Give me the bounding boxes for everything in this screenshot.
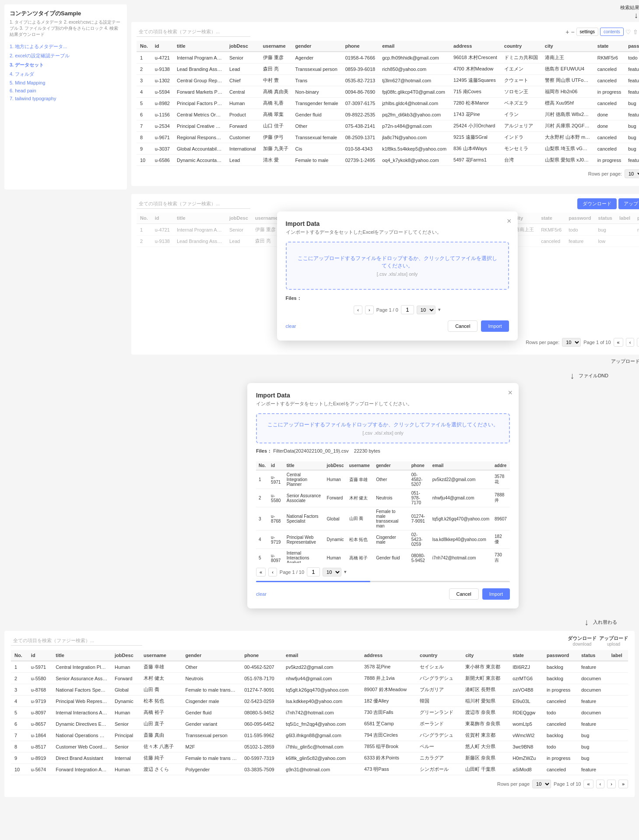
progress-bar	[256, 581, 510, 582]
upload-button-2[interactable]: アップロード	[618, 198, 639, 209]
d1-page-input[interactable]	[401, 305, 414, 314]
dialog-close-btn-1[interactable]: ×	[507, 217, 512, 226]
table-row[interactable]: 4u-9719Principal Web RepresentativeDynam…	[256, 531, 510, 549]
settings-button[interactable]: settings	[576, 28, 598, 36]
col-jobdesc: jobDesc	[226, 41, 260, 52]
table-row[interactable]: 6u-1156Central Metrics OrchestratorProdu…	[137, 109, 639, 120]
search-bar-2[interactable]: 全ての項目を検索（ファジー検索）...	[137, 199, 250, 209]
bt-last-btn[interactable]: »	[618, 780, 628, 788]
bt-col-phone: phone	[241, 650, 282, 661]
import-button-2[interactable]: Import	[482, 588, 510, 600]
progress-fill	[256, 581, 370, 582]
d2-rows-select[interactable]: 10	[323, 568, 341, 576]
rows-per-page-label-1: Rows per page:	[588, 171, 622, 176]
bt-first-btn[interactable]: «	[583, 780, 593, 788]
table-row[interactable]: 8u-8517Customer Web CoordinatorSenior佐々木…	[11, 741, 628, 752]
import-button-1[interactable]: Import	[481, 320, 509, 332]
table-row[interactable]: 2u-5580Senior Assurance AssociateForward…	[256, 489, 510, 507]
table-1-wrapper: No. id title jobDesc username gender pho…	[137, 41, 639, 166]
d2-chevron-icon: ▾	[344, 569, 347, 575]
clear-button-1[interactable]: clear	[286, 323, 296, 329]
import-dialog-2: × Import Data インポートするデータをセットしたExcelをアップロ…	[247, 383, 519, 608]
table-row[interactable]: 7u-2534Principal Creative AssistantForwa…	[137, 120, 639, 132]
table-row[interactable]: 7u-1864National Operations OrchestratorP…	[11, 730, 628, 741]
rows-per-page-select-1[interactable]: 10	[625, 169, 639, 178]
d1-prev-btn[interactable]: ‹	[354, 306, 362, 314]
table-row[interactable]: 1u-5971Central Integration PlannerHuman斎…	[11, 661, 628, 673]
nav-item-4[interactable]: 4. フォルダ	[10, 70, 122, 79]
col-email: email	[379, 41, 450, 52]
bt-col-city: city	[462, 650, 509, 661]
nav-item-6[interactable]: 6. head pain	[10, 87, 122, 95]
dialog2-actions: clear Cancel Import	[256, 588, 510, 600]
bt-col-address: address	[361, 650, 416, 661]
table-row[interactable]: 5u-8982Principal Factors ProducerHuman高橋…	[137, 98, 639, 109]
d2-prev-btn[interactable]: ‹	[268, 568, 277, 576]
download-annotation: 検索結果をダウンロード ↓	[131, 4, 639, 20]
drop-zone-text-1: ここにアップロードするファイルをドロップするか、クリックしてファイルを選択してく…	[295, 255, 499, 270]
dialog-title-1: Import Data	[286, 220, 509, 227]
bottom-rows-select[interactable]: 10	[532, 780, 551, 788]
nav-item-1[interactable]: 1. 地方によるメタデータ...	[10, 42, 122, 51]
d2-first-btn[interactable]: «	[256, 568, 266, 576]
bt-col-label: label	[608, 650, 628, 661]
bt-next-btn[interactable]: ›	[607, 780, 616, 788]
search-bar-1[interactable]: 全ての項目を検索（ファジー検索）...	[137, 27, 250, 37]
dialog-subtitle-1: インポートするデータをセットしたExcelをアップロードしてください。	[286, 229, 509, 235]
nav-item-7[interactable]: 7. tailwind typography	[10, 95, 122, 102]
pt-id: id	[268, 461, 284, 470]
table-row[interactable]: 8u-9671Regional Response AdministratorCu…	[137, 132, 639, 143]
table-row[interactable]: 3u-1302Central Group RepresentativeChief…	[137, 75, 639, 86]
cancel-button-1[interactable]: Cancel	[448, 320, 477, 332]
table-row[interactable]: 10u-6586Dynamic Accountability Assistant…	[137, 155, 639, 166]
rows-per-page-select-2[interactable]: 10	[562, 338, 581, 347]
table-row[interactable]: 3u-8768National Factors SpecialistGlobal…	[11, 684, 628, 696]
contents-button[interactable]: contents	[600, 28, 624, 36]
drop-zone-1[interactable]: ここにアップロードするファイルをドロップするか、クリックしてファイルを選択してく…	[286, 242, 509, 290]
table-row[interactable]: 1u-4721Internal Program AssociateSenior伊…	[137, 52, 639, 63]
pt-phone: phone	[409, 461, 430, 470]
table-row[interactable]: 4u-9719Principal Web RepresentativeDynam…	[11, 696, 628, 707]
heart-icon[interactable]: ♡	[625, 28, 631, 35]
minus-icon: −	[571, 28, 574, 35]
table-row[interactable]: 5u-8097Internal Interactions AnalystHuma…	[256, 549, 510, 563]
table-row[interactable]: 1u-5971Central Integration PlannerHuman斎…	[256, 470, 510, 489]
nav-item-2[interactable]: 2. excelの設定確認テーブル	[10, 51, 122, 60]
pt-no: No.	[256, 461, 268, 470]
drop-zone-2[interactable]: ここにアップロードするファイルをドロップするか、クリックしてファイルを選択してく…	[256, 413, 510, 443]
prev-page-btn-2[interactable]: ‹	[626, 338, 635, 347]
nav-item-3[interactable]: 3. データセット	[10, 60, 122, 70]
clear-button-2[interactable]: clear	[256, 591, 267, 597]
dialog-close-btn-2[interactable]: ×	[508, 388, 513, 397]
bt-prev-btn[interactable]: ‹	[596, 780, 605, 788]
app-subtitle: 1. タイプによるメタデータ 2. excelのcsvによる設定テーブル 3. …	[10, 19, 122, 38]
table-row[interactable]: 9u-8919Direct Brand AssistantInternal佐藤 …	[11, 752, 628, 764]
bt-col-no: No.	[11, 650, 28, 661]
d1-rows-select[interactable]: 10	[417, 306, 435, 314]
d1-next-btn[interactable]: ›	[365, 306, 374, 314]
table-row[interactable]: 2u-9138Lead Branding AssociateLead森田 亮Tr…	[137, 63, 639, 75]
pt-title: title	[284, 461, 324, 470]
download-button-2[interactable]: ダウンロード	[577, 198, 617, 209]
dialog-pagination-1: ‹ › Page 1 / 0 10 ▾	[286, 305, 509, 314]
replace-annotation: 入れ替わる	[593, 619, 617, 626]
table-row[interactable]: 4u-5594Forward Markets PlannerCentral高橋 …	[137, 86, 639, 98]
table-row[interactable]: 3u-8768National Factors SpecialistGlobal…	[256, 507, 510, 531]
next-page-btn-2[interactable]: ›	[637, 338, 639, 347]
table-row[interactable]: 10u-5674Forward Integration AgentHuman渡辺…	[11, 764, 628, 775]
first-page-btn-2[interactable]: «	[614, 338, 623, 347]
table-row[interactable]: 2u-5580Senior Assurance AssociateForward…	[11, 673, 628, 684]
nav-item-5[interactable]: 5. Mind Mapping	[10, 79, 122, 87]
data-table-1: No. id title jobDesc username gender pho…	[137, 41, 639, 166]
share-icon[interactable]: ⇧	[633, 28, 638, 35]
table-row[interactable]: 9u-3037Global Accountability Orchestrato…	[137, 143, 639, 155]
col-phone: phone	[342, 41, 379, 52]
cancel-button-2[interactable]: Cancel	[449, 588, 479, 600]
files-label-1: Files：	[286, 295, 509, 302]
d2-page-input[interactable]	[307, 567, 320, 576]
table-row[interactable]: 5u-8097Internal Interactions AnalystHuma…	[11, 707, 628, 718]
search-bar-bottom[interactable]: 全ての項目を検索（ファジー検索）...	[11, 636, 142, 646]
table-row[interactable]: 6u-8657Dynamic Directives EngineerSenior…	[11, 718, 628, 730]
bottom-page-info: Page 1 of 10	[554, 781, 581, 787]
col-id: id	[151, 41, 173, 52]
